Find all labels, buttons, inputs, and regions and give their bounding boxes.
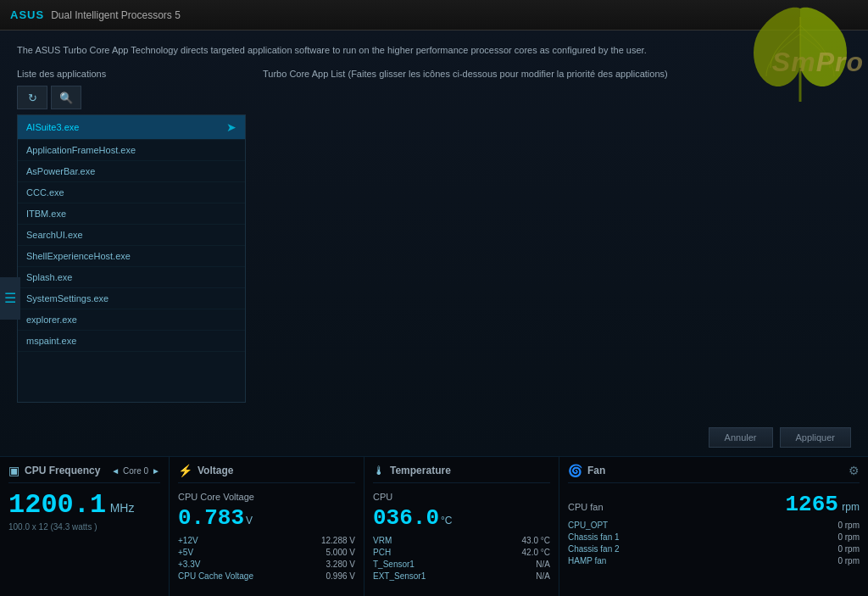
app-name: CCC.exe [26,187,64,198]
two-column-layout: Liste des applications ↻ 🔍 AISuite3.exe➤… [17,69,851,408]
fan-value: 0 rpm [837,532,860,542]
app-list-item[interactable]: ITBM.exe [18,203,245,225]
temp-header: 🌡 Temperature [373,464,550,483]
cpu-freq-detail: 100.0 x 12 (34.3 watts ) [8,522,160,532]
temp-value: N/A [536,560,550,569]
voltage-row: +5V5.000 V [178,548,355,557]
fan-label: HAMP fan [568,556,606,565]
app-list-item[interactable]: ShellExperienceHost.exe [18,246,245,267]
temp-value: 43.0 °C [522,536,550,545]
app-name: Splash.exe [26,272,72,282]
cpu-core-voltage-label: CPU Core Voltage [178,492,355,502]
app-list-item[interactable]: CCC.exe [18,182,245,203]
status-bar: ▣ CPU Frequency ◄ Core 0 ► 1200.1 MHz 10… [0,456,868,596]
settings-gear-button[interactable]: ⚙ [849,464,860,477]
app-name: AISuite3.exe [26,122,79,132]
fan-label: CPU_OPT [568,521,608,530]
fan-value: 0 rpm [837,521,860,530]
app-list-item[interactable]: Splash.exe [18,267,245,288]
annuler-button[interactable]: Annuler [709,427,773,448]
voltage-icon: ⚡ [178,464,192,477]
app-name: ApplicationFrameHost.exe [26,145,136,155]
cpu-core-voltage-unit: V [246,515,253,526]
voltage-section: ⚡ Voltage CPU Core Voltage 0.783 V +12V1… [170,457,364,596]
refresh-button[interactable]: ↻ [17,86,47,109]
appliquer-button[interactable]: Appliquer [780,427,851,448]
fan-section: 🌀 Fan ⚙ CPU fan 1265 rpm CPU_OPT0 rpmCha… [559,457,868,596]
app-list-item[interactable]: SearchUI.exe [18,225,245,246]
app-list-item[interactable]: mspaint.exe [18,331,245,352]
fan-row: Chassis fan 20 rpm [568,544,860,554]
app-name: mspaint.exe [26,336,76,346]
temp-icon: 🌡 [373,464,385,477]
temp-label: PCH [373,548,391,557]
app-name: explorer.exe [26,315,77,325]
cpu-freq-header: ▣ CPU Frequency ◄ Core 0 ► [8,464,160,483]
volt-label: +5V [178,548,193,557]
temp-row: EXT_Sensor1N/A [373,571,550,581]
temp-row: VRM43.0 °C [373,536,550,545]
volt-value: 0.996 V [326,571,355,581]
temp-label: VRM [373,536,392,545]
action-buttons: Annuler Appliquer [709,427,851,448]
cpu-fan-value-area: 1265 rpm [785,492,860,517]
core-next-button[interactable]: ► [152,466,160,476]
volt-label: +12V [178,536,198,545]
cpu-fan-row: CPU fan 1265 rpm [568,492,860,517]
temp-title: Temperature [390,465,451,476]
watermark-text: SmPro [772,47,864,78]
cpu-core-voltage-value-row: 0.783 V [178,505,355,531]
core-prev-button[interactable]: ◄ [111,466,120,476]
temp-value: N/A [536,571,550,581]
fan-rows: CPU_OPT0 rpmChassis fan 10 rpmChassis fa… [568,521,860,565]
cpu-frequency-section: ▣ CPU Frequency ◄ Core 0 ► 1200.1 MHz 10… [0,457,170,596]
app-list-item[interactable]: explorer.exe [18,309,245,331]
search-button[interactable]: 🔍 [51,86,81,109]
cpu-freq-unit: MHz [110,501,135,515]
temp-label: T_Sensor1 [373,560,415,569]
app-name: SearchUI.exe [26,230,83,240]
temp-row: PCH42.0 °C [373,548,550,557]
cpu-fan-value: 1265 [785,492,837,517]
voltage-rows: +12V12.288 V+5V5.000 V+3.3V3.280 VCPU Ca… [178,536,355,581]
temp-value: 42.0 °C [522,548,550,557]
fan-row: CPU_OPT0 rpm [568,521,860,530]
app-list-item[interactable]: AISuite3.exe➤ [18,115,245,140]
app-list[interactable]: AISuite3.exe➤ApplicationFrameHost.exeAsP… [17,114,246,403]
cpu-temp-unit: °C [441,515,452,526]
app-list-item[interactable]: AsPowerBar.exe [18,161,245,182]
side-nav-button[interactable]: ☰ [0,277,20,320]
logo-area: SmPro [732,0,868,136]
temperature-section: 🌡 Temperature CPU 036.0 °C VRM43.0 °CPCH… [364,457,559,596]
voltage-row: CPU Cache Voltage0.996 V [178,571,355,581]
app-title: Dual Intelligent Processors 5 [51,9,181,21]
cpu-temp-value: 036.0 [373,505,439,531]
voltage-header: ⚡ Voltage [178,464,355,483]
app-list-item[interactable]: ApplicationFrameHost.exe [18,140,245,161]
cpu-freq-title: CPU Frequency [25,465,100,476]
volt-value: 5.000 V [326,548,355,557]
voltage-row: +12V12.288 V [178,536,355,545]
voltage-title: Voltage [198,465,233,476]
fan-title: Fan [587,465,605,476]
temp-label: EXT_Sensor1 [373,571,426,581]
volt-label: +3.3V [178,560,200,569]
core-label: Core 0 [123,466,148,476]
app-list-item[interactable]: SystemSettings.exe [18,288,245,309]
cpu-icon: ▣ [8,464,19,477]
left-panel: Liste des applications ↻ 🔍 AISuite3.exe➤… [17,69,246,408]
cpu-freq-value: 1200.1 [8,489,106,521]
toolbar: ↻ 🔍 [17,86,246,109]
core-nav: ◄ Core 0 ► [111,466,160,476]
cpu-fan-label: CPU fan [568,502,604,512]
app-list-title: Liste des applications [17,69,246,79]
fan-value: 0 rpm [837,556,860,565]
brand-label: ASUS [10,8,44,21]
cpu-freq-value-area: 1200.1 MHz [8,492,160,519]
fan-label: Chassis fan 2 [568,544,620,554]
fan-label: Chassis fan 1 [568,532,620,542]
voltage-row: +3.3V3.280 V [178,560,355,569]
volt-value: 3.280 V [326,560,355,569]
app-arrow-icon: ➤ [226,120,236,134]
fan-header: 🌀 Fan ⚙ [568,464,860,483]
